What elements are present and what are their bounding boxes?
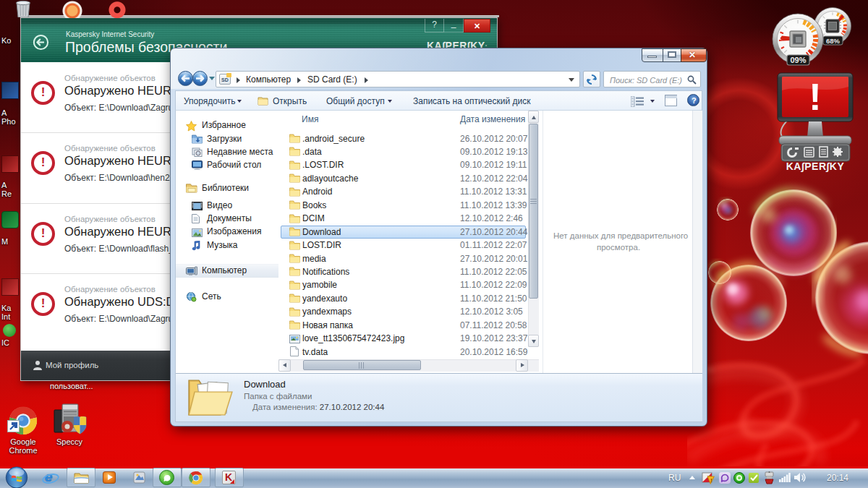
svg-text:!: ! bbox=[809, 76, 821, 118]
svg-text:KA∫PER∫KY: KA∫PER∫KY bbox=[786, 160, 845, 173]
svg-text:!: ! bbox=[710, 477, 712, 484]
svg-text:68%: 68% bbox=[826, 37, 841, 45]
svg-text:09%: 09% bbox=[790, 56, 806, 64]
